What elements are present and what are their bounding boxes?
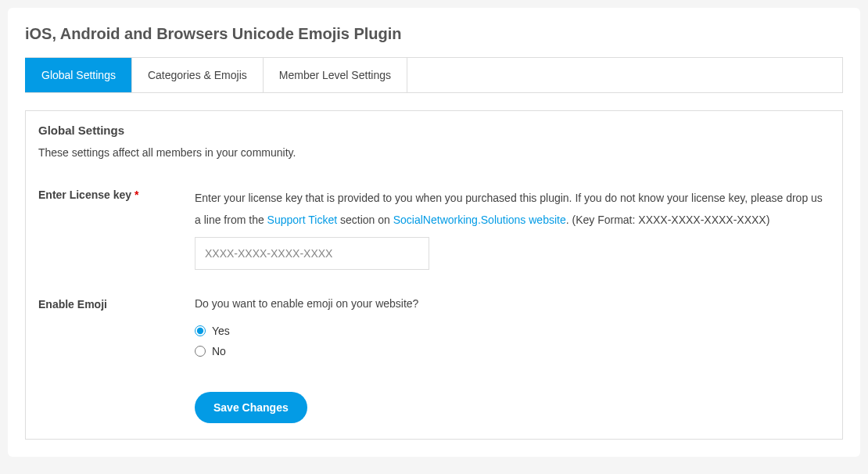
tab-member-level-settings[interactable]: Member Level Settings: [263, 58, 407, 92]
radio-no-label: No: [212, 345, 226, 357]
section-heading: Global Settings: [38, 111, 830, 137]
page-title: iOS, Android and Browsers Unicode Emojis…: [25, 25, 843, 43]
field-enable-emoji: Enable Emoji Do you want to enable emoji…: [38, 296, 830, 365]
radio-yes-label: Yes: [212, 325, 230, 337]
settings-box: Global Settings These settings affect al…: [25, 110, 843, 440]
tab-global-settings[interactable]: Global Settings: [25, 58, 131, 92]
tab-spacer: [407, 58, 842, 92]
section-description: These settings affect all members in you…: [38, 146, 830, 159]
radio-yes-input[interactable]: [195, 325, 206, 336]
socialnetworking-link[interactable]: SocialNetworking.Solutions website: [393, 214, 566, 226]
save-changes-button[interactable]: Save Changes: [195, 392, 307, 423]
tabs: Global Settings Categories & Emojis Memb…: [25, 57, 843, 93]
radio-no-input[interactable]: [195, 346, 206, 357]
required-indicator: *: [135, 189, 138, 201]
license-description: Enter your license key that is provided …: [195, 187, 830, 231]
enable-emoji-question: Do you want to enable emoji on your webs…: [195, 296, 830, 312]
field-license-key: Enter License key * Enter your license k…: [38, 187, 830, 270]
radio-option-yes[interactable]: Yes: [195, 325, 830, 337]
tab-label: Global Settings: [41, 69, 116, 81]
license-label: Enter License key: [38, 189, 131, 201]
license-desc-post: . (Key Format: XXXX-XXXX-XXXX-XXXX): [566, 214, 770, 226]
support-ticket-link[interactable]: Support Ticket: [267, 214, 338, 226]
tab-categories-emojis[interactable]: Categories & Emojis: [131, 58, 263, 92]
enable-emoji-radio-group: Yes No: [195, 325, 830, 357]
submit-row: Save Changes: [38, 392, 830, 423]
tab-label: Member Level Settings: [279, 69, 391, 81]
enable-emoji-label: Enable Emoji: [38, 298, 107, 311]
main-panel: iOS, Android and Browsers Unicode Emojis…: [8, 8, 860, 457]
license-key-input[interactable]: [195, 237, 429, 270]
tab-label: Categories & Emojis: [148, 69, 247, 81]
license-desc-mid: section on: [337, 214, 393, 226]
radio-option-no[interactable]: No: [195, 345, 830, 357]
